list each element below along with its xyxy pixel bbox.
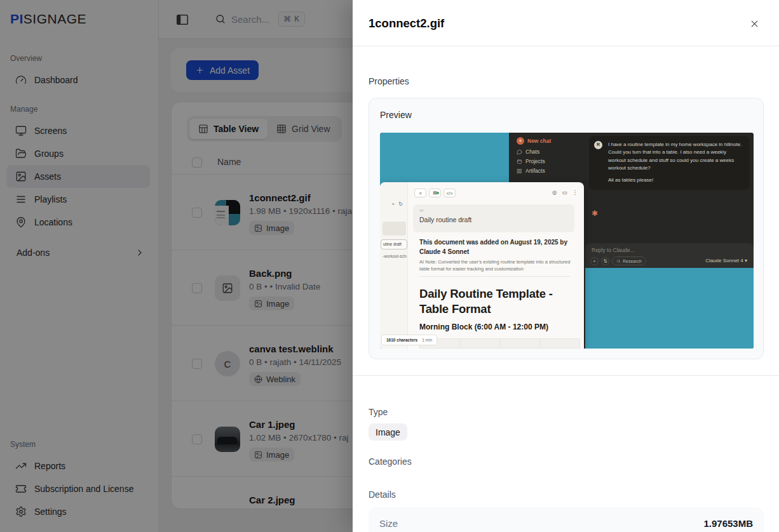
preview-card: Preview + New chat Chats Projects	[369, 98, 764, 359]
properties-label: Properties	[369, 76, 409, 86]
kebab-icon: ⋮	[572, 189, 578, 196]
strip-file-name: -workout-sche..	[383, 254, 407, 258]
plus-icon: +	[590, 257, 599, 265]
comment-icon: ▭	[562, 189, 567, 196]
size-label: Size	[379, 518, 398, 529]
details-label: Details	[369, 489, 396, 500]
drawer-title: 1connect2.gif	[369, 17, 444, 30]
preview-teal-bottom	[585, 268, 754, 349]
doc-table-hint	[419, 338, 579, 349]
green-dot	[437, 192, 439, 194]
strip-action-icons: + ↻	[391, 201, 404, 207]
doc-main: ≡ ▤ </> ◎ ▭ ⋮ ▭ Daily routine draft This…	[408, 182, 584, 349]
doc-divider	[419, 276, 571, 277]
doc-title-card: ▭ Daily routine draft	[413, 204, 574, 232]
asset-preview-image: + New chat Chats Projects Artifacts	[380, 133, 754, 349]
plus-icon: +	[517, 137, 524, 145]
eye-icon: ◎	[552, 189, 557, 196]
box-icon	[517, 159, 522, 164]
chat-icon	[517, 149, 522, 155]
type-label: Type	[369, 407, 388, 417]
doc-page-button: ▤	[429, 189, 441, 197]
preview-new-chat: + New chat	[517, 137, 551, 145]
asset-details-drawer: 1connect2.gif Properties Preview + New c…	[353, 0, 779, 532]
doc-title: Daily routine draft	[419, 216, 568, 223]
preview-artifacts: Artifacts	[517, 168, 545, 174]
type-value-badge: Image	[369, 423, 407, 441]
search-icon	[616, 259, 621, 263]
size-value: 1.97653MB	[703, 518, 753, 529]
drawer-section-divider	[353, 375, 779, 376]
preview-projects: Projects	[517, 158, 545, 164]
preview-user-message: R I have a routine template in my home w…	[589, 136, 750, 190]
details-card: Size 1.97653MB	[369, 507, 764, 532]
close-icon	[749, 18, 760, 29]
categories-label: Categories	[369, 456, 412, 467]
preview-label: Preview	[380, 110, 412, 120]
doc-subheading: Morning Block (6:00 AM - 12:00 PM)	[419, 323, 548, 331]
doc-char-count: 1610 characters	[386, 338, 417, 342]
doc-file-strip: + ↻ utine draft -workout-sche..	[380, 182, 408, 349]
model-selector: Claude Sonnet 4 ▾	[705, 258, 747, 263]
preview-chats: Chats	[517, 149, 539, 155]
grid-icon	[517, 168, 522, 174]
user-avatar: R	[594, 141, 602, 149]
preview-document-panel: + ↻ utine draft -workout-sche.. ≡ ▤ </> …	[380, 182, 584, 349]
close-button[interactable]	[749, 18, 760, 30]
doc-icon: ▭	[419, 208, 568, 213]
strip-selected-file	[383, 222, 406, 236]
preview-reply-bar: Reply to Claude... + ⇅ Research Claude S…	[585, 243, 754, 268]
doc-heading: Daily Routine Template - Table Format	[419, 286, 579, 316]
drawer-header-divider	[353, 46, 779, 46]
doc-added-line: This document was added on August 19, 20…	[419, 238, 573, 256]
doc-read-time: 1 min	[422, 338, 432, 342]
sliders-icon: ⇅	[601, 257, 609, 265]
doc-stats-chip: 1610 characters 1 min	[381, 335, 437, 345]
strip-file-chip: utine draft	[381, 239, 407, 249]
claude-spark-icon: ✱	[592, 209, 598, 218]
doc-list-button: ≡	[414, 189, 426, 197]
doc-ai-note: AI Note: Converted the user's existing r…	[419, 258, 571, 273]
research-button: Research	[612, 256, 646, 265]
doc-code-button: </>	[444, 189, 456, 197]
